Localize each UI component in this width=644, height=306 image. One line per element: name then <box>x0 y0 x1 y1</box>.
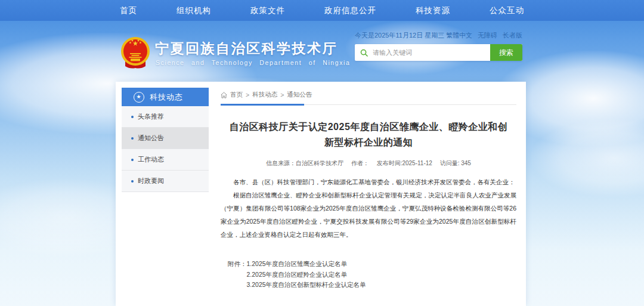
bullet-icon <box>131 159 134 161</box>
topbar-utility-row: 今天是2025年11月12日 星期三 繁體中文 无障碍 长者版 <box>355 31 522 40</box>
meta-author: 作者： <box>351 160 369 166</box>
bullet-icon <box>131 180 134 183</box>
breadcrumb-sci-trends[interactable]: 科技动态 <box>252 91 277 99</box>
meta-source: 信息来源：自治区科学技术厅 <box>266 160 343 166</box>
attachment-link-1[interactable]: 1.2025年度自治区雏鹰企业认定名单 <box>247 259 366 270</box>
link-accessibility[interactable]: 无障碍 <box>478 31 497 40</box>
link-traditional-chinese[interactable]: 繁體中文 <box>446 31 472 40</box>
page: 首页 组织机构 政策文件 政府信息公开 科技资源 公众互动 宁夏回族自治区科学技… <box>0 0 644 306</box>
sidebar-item-headlines[interactable]: 头条推荐 <box>122 106 209 128</box>
meta-publish-time: 发布时间:2025-11-12 <box>377 160 432 166</box>
nav-item-public-interaction[interactable]: 公众互动 <box>490 5 524 16</box>
nav-item-organization[interactable]: 组织机构 <box>177 5 211 16</box>
meta-visits: 访问量: 345 <box>440 160 471 166</box>
main-nav: 首页 组织机构 政策文件 政府信息公开 科技资源 公众互动 <box>0 0 644 21</box>
article-body: 各市、县（区）科技管理部门，宁东能源化工基地管委会，银川经济技术开发区管委会，各… <box>221 175 516 241</box>
sidebar-title: 科技动态 <box>150 92 183 103</box>
quick-links: 繁體中文 无障碍 长者版 <box>446 31 522 40</box>
national-emblem-logo <box>119 35 151 71</box>
article-title: 自治区科技厅关于认定2025年度自治区雏鹰企业、瞪羚企业和创新型标杆企业的通知 <box>227 119 510 150</box>
sidebar-item-work-trends[interactable]: 工作动态 <box>122 149 209 171</box>
search-button[interactable]: 搜索 <box>490 44 522 61</box>
cloud-decoration <box>531 119 644 197</box>
attachment-link-2[interactable]: 2.2025年度自治区瞪羚企业认定名单 <box>247 270 366 280</box>
link-elderly-version[interactable]: 长者版 <box>503 31 522 40</box>
nav-item-home[interactable]: 首页 <box>120 5 137 16</box>
search-icon <box>360 49 368 57</box>
sidebar-item-notices[interactable]: 通知公告 <box>122 128 209 149</box>
sidebar-item-label: 时政要闻 <box>138 177 164 186</box>
current-date: 今天是2025年11月12日 星期三 <box>355 31 444 40</box>
home-icon <box>221 92 227 98</box>
nav-item-sci-resources[interactable]: 科技资源 <box>416 5 450 16</box>
attachments: 附件： 1.2025年度自治区雏鹰企业认定名单 2.2025年度自治区瞪羚企业认… <box>228 259 516 290</box>
bullet-icon <box>131 116 134 118</box>
sidebar: ★ 科技动态 头条推荐 通知公告 工作动态 时政要闻 <box>122 88 209 192</box>
article-meta: 信息来源：自治区科学技术厅 作者： 发布时间:2025-11-12 访问量: 3… <box>221 159 516 168</box>
sidebar-item-label: 头条推荐 <box>138 112 164 121</box>
attachment-list: 1.2025年度自治区雏鹰企业认定名单 2.2025年度自治区瞪羚企业认定名单 … <box>247 259 366 290</box>
breadcrumb-notices[interactable]: 通知公告 <box>287 91 312 99</box>
search-input[interactable] <box>371 48 490 57</box>
breadcrumb-divider <box>221 104 516 105</box>
search-bar: 搜索 <box>355 44 522 61</box>
article-paragraph: 各市、县（区）科技管理部门，宁东能源化工基地管委会，银川经济技术开发区管委会，各… <box>221 175 516 188</box>
nav-item-policy[interactable]: 政策文件 <box>250 5 285 16</box>
sidebar-header: ★ 科技动态 <box>122 88 209 106</box>
attachment-link-3[interactable]: 3.2025年度自治区创新型标杆企业认定名单 <box>247 280 366 290</box>
breadcrumb-separator: > <box>246 91 249 98</box>
nav-item-gov-info[interactable]: 政府信息公开 <box>324 5 376 16</box>
star-circle-icon: ★ <box>134 92 144 103</box>
sidebar-item-label: 工作动态 <box>138 155 164 164</box>
site-subtitle: Science and Technology Department of Nin… <box>156 59 350 66</box>
breadcrumb-divider-accent <box>221 104 304 106</box>
breadcrumb: 首页 > 科技动态 > 通知公告 <box>221 88 516 99</box>
site-title: 宁夏回族自治区科学技术厅 <box>155 39 338 58</box>
content-panel: ★ 科技动态 头条推荐 通知公告 工作动态 时政要闻 <box>116 82 526 306</box>
sidebar-item-label: 通知公告 <box>138 134 164 143</box>
bullet-icon <box>131 137 134 140</box>
article-area: 首页 > 科技动态 > 通知公告 自治区科技厅关于认定2025年度自治区雏鹰企业… <box>221 88 516 290</box>
attachments-label: 附件： <box>228 259 247 290</box>
breadcrumb-separator: > <box>280 91 284 98</box>
article-paragraph: 根据自治区雏鹰企业、瞪羚企业和创新型标杆企业认定管理有关规定，决定认定半亩良人农… <box>221 188 516 241</box>
sidebar-item-politics-news[interactable]: 时政要闻 <box>122 171 209 192</box>
sidebar-list: 头条推荐 通知公告 工作动态 时政要闻 <box>122 106 209 192</box>
breadcrumb-home[interactable]: 首页 <box>230 91 243 99</box>
